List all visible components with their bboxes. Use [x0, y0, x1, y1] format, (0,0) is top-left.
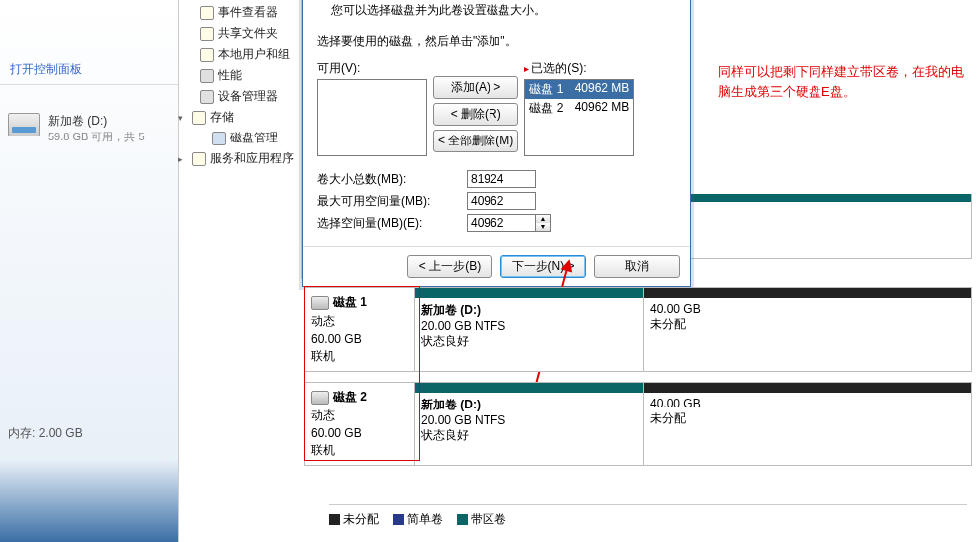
remove-all-button[interactable]: < 全部删除(M) [433, 130, 518, 152]
disk-1-row: 磁盘 1 动态 60.00 GB 联机 新加卷 (D:)20.00 GB NTF… [304, 287, 972, 372]
total-size-label: 卷大小总数(MB): [317, 171, 467, 188]
memory-label: 内存: 2.00 GB [8, 425, 83, 442]
available-listbox[interactable] [317, 79, 427, 156]
space-spinner[interactable]: ▲▼ [536, 214, 551, 232]
disk-icon [311, 296, 329, 310]
left-sidebar: 打开控制面板 新加卷 (D:) 59.8 GB 可用，共 5 内存: 2.00 … [0, 0, 179, 542]
disk-icon [311, 391, 329, 405]
dialog-subtitle: 您可以选择磁盘并为此卷设置磁盘大小。 [331, 2, 676, 19]
disk-2-header[interactable]: 磁盘 2 动态 60.00 GB 联机 [305, 383, 415, 465]
list-item[interactable]: 磁盘 140962 MB [525, 80, 633, 99]
tree-services-apps[interactable]: 服务和应用程序 [182, 148, 301, 169]
legend-square-icon [393, 514, 404, 525]
users-icon [200, 48, 214, 62]
disk1-unallocated[interactable]: 40.00 GB未分配 [644, 288, 971, 371]
drive-text: 新加卷 (D:) 59.8 GB 可用，共 5 [48, 113, 145, 144]
tree-shared-folders[interactable]: 共享文件夹 [182, 23, 301, 44]
disk-1-header[interactable]: 磁盘 1 动态 60.00 GB 联机 [305, 288, 415, 371]
dialog-instruction: 选择要使用的磁盘，然后单击"添加"。 [317, 33, 676, 50]
perf-icon [200, 69, 214, 83]
mmc-tree: 事件查看器 共享文件夹 本地用户和组 性能 设备管理器 存储 磁盘管理 服务和应… [182, 0, 302, 279]
tree-disk-management[interactable]: 磁盘管理 [182, 128, 301, 148]
tree-local-users[interactable]: 本地用户和组 [182, 44, 301, 65]
tree-device-manager[interactable]: 设备管理器 [182, 86, 301, 107]
select-space-input[interactable] [467, 214, 536, 232]
drive-entry[interactable]: 新加卷 (D:) 59.8 GB 可用，共 5 [0, 105, 178, 152]
partition-bar [415, 383, 643, 393]
drive-label: 新加卷 (D:) [48, 113, 145, 130]
tree-performance[interactable]: 性能 [182, 65, 301, 86]
legend-square-icon [457, 514, 468, 525]
max-space-field [467, 192, 536, 210]
add-button[interactable]: 添加(A) > [433, 76, 518, 99]
available-label: 可用(V): [317, 60, 427, 77]
spinner-down-icon[interactable]: ▼ [536, 223, 550, 231]
selected-label: 已选的(S): [524, 60, 634, 77]
remove-button[interactable]: < 删除(R) [433, 103, 518, 126]
disk-2-row: 磁盘 2 动态 60.00 GB 联机 新加卷 (D:)20.00 GB NTF… [304, 382, 972, 466]
disk1-partition-1[interactable]: 新加卷 (D:)20.00 GB NTFS状态良好 [415, 288, 644, 371]
open-control-panel-link[interactable]: 打开控制面板 [0, 55, 178, 85]
cancel-button[interactable]: 取消 [594, 255, 680, 278]
partition-bar [644, 288, 971, 298]
services-icon [192, 152, 206, 166]
device-icon [200, 90, 214, 104]
partition-bar [644, 383, 971, 393]
selected-listbox[interactable]: 磁盘 140962 MB 磁盘 240962 MB [524, 79, 634, 156]
tree-storage[interactable]: 存储 [182, 107, 301, 128]
disk2-unallocated[interactable]: 40.00 GB未分配 [644, 383, 971, 465]
back-button[interactable]: < 上一步(B) [407, 255, 492, 278]
partition-bar [415, 288, 643, 298]
list-item[interactable]: 磁盘 240962 MB [525, 99, 633, 118]
storage-icon [192, 111, 206, 125]
drive-free: 59.8 GB 可用，共 5 [48, 130, 145, 144]
legend-stripe-volume: 带区卷 [457, 511, 506, 528]
legend-square-icon [329, 514, 340, 525]
disk-legend: 未分配 简单卷 带区卷 [329, 504, 967, 528]
select-disks-dialog: 选择磁盘 您可以选择磁盘并为此卷设置磁盘大小。 选择要使用的磁盘，然后单击"添加… [302, 0, 691, 287]
spinner-up-icon[interactable]: ▲ [536, 215, 550, 223]
legend-unallocated: 未分配 [329, 511, 379, 528]
disk-management-grid: 磁盘 1 动态 60.00 GB 联机 新加卷 (D:)20.00 GB NTF… [304, 287, 972, 476]
tree-event-viewer[interactable]: 事件查看器 [182, 2, 301, 23]
folder-icon [200, 6, 214, 20]
disk-icon [212, 132, 226, 145]
select-space-label: 选择空间量(MB)(E): [317, 215, 467, 232]
max-space-label: 最大可用空间量(MB): [317, 193, 467, 210]
disk2-partition-1[interactable]: 新加卷 (D:)20.00 GB NTFS状态良好 [415, 383, 644, 465]
total-size-field [467, 170, 536, 188]
legend-simple-volume: 简单卷 [393, 511, 443, 528]
annotation-text: 同样可以把剩下同样建立带区卷，在我的电脑生成第三个硬盘E盘。 [718, 62, 967, 101]
folder-icon [200, 27, 214, 41]
drive-icon [8, 113, 40, 136]
